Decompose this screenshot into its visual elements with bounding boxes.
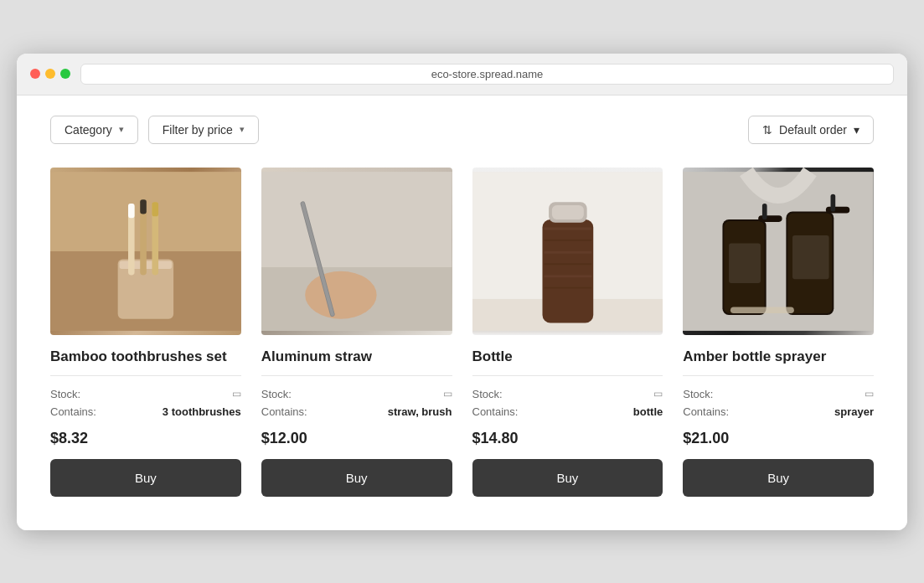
traffic-lights (30, 69, 70, 79)
buy-button-bottle[interactable]: Buy (472, 459, 663, 497)
stock-label-bottle: Stock: (472, 388, 503, 400)
contains-label-toothbrushes: Contains: (50, 405, 96, 418)
category-dropdown[interactable]: Category ▾ (50, 116, 138, 144)
product-meta-bottle: Stock: ▭ Contains: bottle (472, 388, 663, 418)
product-image-sprayer (683, 168, 874, 335)
sort-label: Default order (779, 123, 847, 137)
products-grid: Bamboo toothbrushes set Stock: ▭ Contain… (50, 168, 874, 497)
svg-rect-33 (826, 206, 849, 213)
svg-rect-35 (729, 243, 761, 282)
product-price-sprayer: $21.00 (683, 430, 874, 447)
browser-chrome: eco-store.spread.name (17, 54, 907, 95)
filter-chevron-icon: ▾ (240, 124, 245, 135)
product-meta-toothbrushes: Stock: ▭ Contains: 3 toothbrushes (50, 388, 241, 418)
contains-value-toothbrushes: 3 toothbrushes (163, 405, 241, 418)
product-price-straw: $12.00 (261, 430, 452, 447)
svg-rect-19 (544, 239, 591, 240)
stock-row-bottle: Stock: ▭ (472, 388, 663, 400)
category-chevron-icon: ▾ (119, 124, 124, 135)
contains-label-bottle: Contains: (472, 405, 519, 418)
svg-rect-23 (544, 286, 591, 288)
close-button[interactable] (30, 69, 40, 79)
svg-rect-34 (831, 193, 836, 211)
category-label: Category (65, 123, 112, 137)
svg-rect-18 (544, 227, 591, 230)
product-name-sprayer: Amber bottle sprayer (683, 348, 874, 365)
stock-label-sprayer: Stock: (683, 388, 713, 400)
svg-rect-22 (544, 275, 591, 277)
product-divider-sprayer (683, 375, 874, 376)
maximize-button[interactable] (60, 69, 70, 79)
sort-chevron-icon: ▾ (854, 123, 859, 137)
stock-icon-toothbrushes: ▭ (232, 388, 241, 400)
contains-row-bottle: Contains: bottle (472, 405, 663, 418)
contains-value-bottle: bottle (633, 405, 663, 418)
product-name-straw: Aluminum straw (261, 348, 452, 365)
product-card-straw: Aluminum straw Stock: ▭ Contains: straw,… (261, 168, 452, 497)
page-content: Category ▾ Filter by price ▾ ⇅ Default o… (17, 95, 907, 530)
browser-window: eco-store.spread.name Category ▾ Filter … (17, 54, 907, 530)
product-card-sprayer: Amber bottle sprayer Stock: ▭ Contains: … (683, 168, 874, 497)
product-image-bottle (472, 168, 663, 335)
sort-icon: ⇅ (762, 123, 772, 137)
product-divider-bottle (472, 375, 663, 376)
product-meta-sprayer: Stock: ▭ Contains: sprayer (683, 388, 874, 418)
buy-button-straw[interactable]: Buy (261, 459, 452, 497)
contains-label-straw: Contains: (261, 405, 307, 418)
product-price-bottle: $14.80 (472, 430, 663, 447)
sort-dropdown[interactable]: ⇅ Default order ▾ (748, 116, 874, 144)
svg-rect-36 (792, 235, 829, 279)
svg-rect-30 (762, 204, 767, 219)
svg-rect-9 (152, 202, 158, 216)
contains-value-straw: straw, brush (388, 405, 452, 418)
contains-row-toothbrushes: Contains: 3 toothbrushes (50, 405, 241, 418)
stock-label-toothbrushes: Stock: (50, 388, 80, 400)
product-divider-toothbrushes (50, 375, 241, 376)
stock-label-straw: Stock: (261, 388, 292, 400)
product-name-toothbrushes: Bamboo toothbrushes set (50, 348, 241, 365)
stock-row-straw: Stock: ▭ (261, 388, 452, 400)
svg-rect-25 (551, 204, 583, 219)
buy-button-sprayer[interactable]: Buy (683, 459, 874, 497)
minimize-button[interactable] (45, 69, 55, 79)
svg-rect-20 (544, 251, 591, 254)
product-meta-straw: Stock: ▭ Contains: straw, brush (261, 388, 452, 418)
product-image-toothbrushes (50, 168, 241, 335)
product-name-bottle: Bottle (472, 348, 663, 365)
filter-by-price-dropdown[interactable]: Filter by price ▾ (148, 116, 259, 144)
contains-row-straw: Contains: straw, brush (261, 405, 452, 418)
stock-icon-straw: ▭ (443, 388, 452, 400)
svg-point-12 (305, 271, 376, 318)
contains-row-sprayer: Contains: sprayer (683, 405, 874, 418)
product-card-toothbrushes: Bamboo toothbrushes set Stock: ▭ Contain… (50, 168, 241, 497)
stock-icon-sprayer: ▭ (865, 388, 874, 400)
product-divider-straw (261, 375, 452, 376)
stock-icon-bottle: ▭ (653, 388, 663, 400)
product-price-toothbrushes: $8.32 (50, 430, 241, 447)
toolbar: Category ▾ Filter by price ▾ ⇅ Default o… (50, 116, 874, 144)
product-card-bottle: Bottle Stock: ▭ Contains: bottle $14.80 … (472, 168, 663, 497)
stock-row-toothbrushes: Stock: ▭ (50, 388, 241, 400)
contains-label-sprayer: Contains: (683, 405, 729, 418)
svg-rect-21 (544, 263, 591, 265)
svg-rect-29 (758, 215, 782, 222)
contains-value-sprayer: sprayer (834, 405, 874, 418)
buy-button-toothbrushes[interactable]: Buy (50, 459, 241, 497)
product-image-straw (261, 168, 452, 335)
svg-rect-7 (140, 199, 147, 214)
svg-rect-37 (730, 307, 794, 313)
stock-row-sprayer: Stock: ▭ (683, 388, 874, 400)
filter-label: Filter by price (163, 123, 233, 137)
svg-rect-17 (542, 219, 593, 322)
svg-rect-5 (128, 204, 135, 218)
address-bar[interactable]: eco-store.spread.name (80, 64, 894, 85)
